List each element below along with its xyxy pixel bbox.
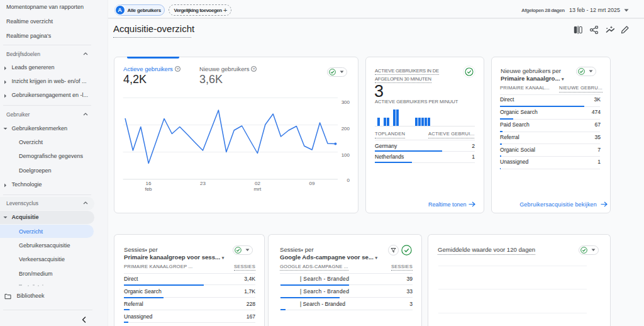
svg-text:100: 100 bbox=[341, 152, 350, 158]
svg-text:23: 23 bbox=[200, 181, 206, 186]
svg-text:0: 0 bbox=[347, 177, 350, 183]
svg-text:09: 09 bbox=[309, 181, 315, 186]
svg-text:mrt: mrt bbox=[254, 186, 262, 192]
svg-text:02: 02 bbox=[255, 181, 260, 186]
svg-text:200: 200 bbox=[341, 126, 350, 132]
svg-text:16: 16 bbox=[146, 181, 152, 186]
svg-text:300: 300 bbox=[341, 99, 350, 105]
svg-text:feb: feb bbox=[145, 186, 152, 192]
